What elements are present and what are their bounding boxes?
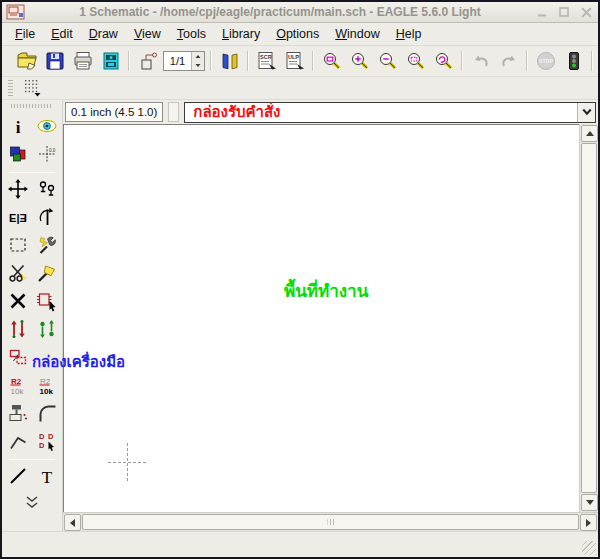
split-tool-button[interactable] xyxy=(5,428,30,453)
grid-icon xyxy=(21,77,43,99)
zoom-redraw-button[interactable] xyxy=(431,49,456,74)
mark-tool-button[interactable]: 0.0 xyxy=(34,141,59,166)
scroll-right-button[interactable] xyxy=(580,514,597,531)
add-tool-button[interactable] xyxy=(34,288,59,313)
info-tool-button[interactable]: i xyxy=(5,113,30,138)
zoom-fit-button[interactable] xyxy=(319,49,344,74)
zoom-in-icon xyxy=(349,50,371,72)
horizontal-scrollbar-thumb[interactable] xyxy=(82,514,579,530)
value-tool-button[interactable]: R210k xyxy=(34,372,59,397)
maximize-button[interactable] xyxy=(556,5,572,19)
paste-tool-button[interactable] xyxy=(34,260,59,285)
scroll-down-button[interactable] xyxy=(581,494,598,511)
zoom-in-button[interactable] xyxy=(347,49,372,74)
smash-tool-button[interactable] xyxy=(5,400,30,425)
replace-tool-button[interactable] xyxy=(5,344,30,369)
sheet-value[interactable]: 1/1 xyxy=(164,52,191,70)
smash-icon xyxy=(7,402,29,424)
close-button[interactable] xyxy=(578,5,594,19)
scroll-up-button[interactable] xyxy=(581,125,598,142)
run-ulp-button[interactable]: ULP xyxy=(282,49,307,74)
palette-grip[interactable] xyxy=(11,104,53,108)
cut-icon xyxy=(7,262,29,284)
svg-text:R2: R2 xyxy=(40,376,51,385)
tool-palette: i0.0E|ƎR210kR210kDDDT xyxy=(2,100,63,531)
cut-tool-button[interactable] xyxy=(5,260,30,285)
cam-processor-button[interactable] xyxy=(98,49,123,74)
palette-row xyxy=(5,260,59,285)
horizontal-scrollbar[interactable] xyxy=(63,512,598,531)
grid-toolbar-grip[interactable] xyxy=(8,80,13,96)
save-icon xyxy=(44,50,66,72)
run-script-button[interactable]: SCR xyxy=(254,49,279,74)
change-tool-button[interactable] xyxy=(34,232,59,257)
rotate-tool-button[interactable] xyxy=(34,204,59,229)
undo-button xyxy=(468,49,493,74)
menu-file[interactable]: File xyxy=(8,24,42,44)
schematic-canvas[interactable]: พื้นที่ทำงาน xyxy=(63,124,579,512)
stop-button: STOP xyxy=(533,49,558,74)
command-input-value[interactable]: กล่องรับคำสั่ง xyxy=(185,102,577,123)
sheet-up-button[interactable] xyxy=(192,52,204,61)
zoom-select-icon xyxy=(405,50,427,72)
zoom-out-icon xyxy=(377,50,399,72)
toolbar-spacer xyxy=(168,102,179,122)
window-title: 1 Schematic - /home/cpj/eagle/practicum/… xyxy=(26,5,534,19)
delete-tool-button[interactable] xyxy=(5,288,30,313)
more-tools-button[interactable] xyxy=(23,494,41,513)
save-button[interactable] xyxy=(42,49,67,74)
text-tool-button[interactable]: T xyxy=(34,463,59,488)
open-button[interactable] xyxy=(14,49,39,74)
sheet-down-button[interactable] xyxy=(192,61,204,70)
gateswap-tool-button[interactable] xyxy=(34,316,59,341)
zoom-out-button[interactable] xyxy=(375,49,400,74)
svg-text:0.0: 0.0 xyxy=(49,147,56,152)
group-icon xyxy=(7,234,29,256)
menu-tools[interactable]: Tools xyxy=(170,24,213,44)
zoom-select-button[interactable] xyxy=(403,49,428,74)
grid-button[interactable] xyxy=(19,77,44,100)
menu-help[interactable]: Help xyxy=(389,24,429,44)
menu-window[interactable]: Window xyxy=(328,24,386,44)
svg-text:T: T xyxy=(41,467,52,486)
board-icon xyxy=(137,50,159,72)
menu-library[interactable]: Library xyxy=(215,24,267,44)
svg-text:10k: 10k xyxy=(10,386,24,395)
move-tool-button[interactable] xyxy=(5,176,30,201)
vertical-scrollbar[interactable] xyxy=(579,124,598,512)
menu-options[interactable]: Options xyxy=(269,24,326,44)
toolbar-separator xyxy=(210,51,212,71)
display-tool-button[interactable] xyxy=(5,141,30,166)
palette-row: 0.0 xyxy=(5,141,59,166)
gateswap-icon xyxy=(36,318,58,340)
copy-tool-button[interactable] xyxy=(34,176,59,201)
erc-button[interactable] xyxy=(561,49,586,74)
print-button[interactable] xyxy=(70,49,95,74)
command-dropdown-button[interactable] xyxy=(577,103,595,122)
switch-to-board-button[interactable] xyxy=(135,49,160,74)
menu-view[interactable]: View xyxy=(127,24,168,44)
resize-grip[interactable] xyxy=(582,541,596,555)
menu-edit[interactable]: Edit xyxy=(44,24,80,44)
vertical-scrollbar-thumb[interactable] xyxy=(581,143,597,493)
sheet-selector[interactable]: 1/1 xyxy=(163,51,205,71)
use-library-button[interactable] xyxy=(217,49,242,74)
toolbar-separator xyxy=(461,51,463,71)
svg-text:i: i xyxy=(15,117,20,136)
main-toolbar: 1/1SCRULPSTOP? xyxy=(2,46,598,77)
invoke-tool-button[interactable]: DDD xyxy=(34,428,59,453)
miter-tool-button[interactable] xyxy=(34,400,59,425)
mirror-tool-button[interactable]: E|Ǝ xyxy=(5,204,30,229)
pinswap-tool-button[interactable] xyxy=(5,316,30,341)
toolbar-separator xyxy=(312,51,314,71)
wire-tool-button[interactable] xyxy=(5,463,30,488)
scroll-left-button[interactable] xyxy=(64,514,81,531)
title-bar[interactable]: 1 Schematic - /home/cpj/eagle/practicum/… xyxy=(2,2,598,23)
palette-separator xyxy=(9,172,55,173)
menu-draw[interactable]: Draw xyxy=(82,24,125,44)
minimize-button[interactable] xyxy=(534,5,550,19)
command-combobox[interactable]: กล่องรับคำสั่ง xyxy=(184,102,596,123)
show-tool-button[interactable] xyxy=(34,113,59,138)
group-tool-button[interactable] xyxy=(5,232,30,257)
name-tool-button[interactable]: R210k xyxy=(5,372,30,397)
